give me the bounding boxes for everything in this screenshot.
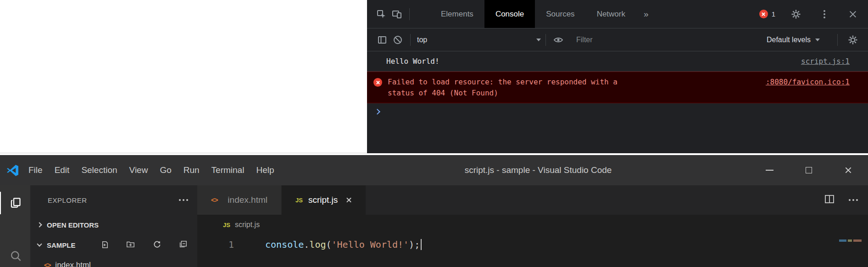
- console-error-badge[interactable]: 1: [759, 10, 775, 18]
- error-icon: [759, 10, 768, 18]
- refresh-explorer-button[interactable]: [152, 240, 161, 250]
- log-message-text: Hello World!: [386, 56, 787, 67]
- chevron-right-icon: [374, 109, 380, 115]
- token: 'Hello World!': [332, 239, 409, 250]
- file-item-index-html[interactable]: <> index.html: [30, 255, 197, 267]
- activity-bar: [0, 185, 30, 267]
- html-file-icon: <>: [44, 261, 50, 267]
- block-icon: [393, 35, 403, 45]
- device-toolbar-icon: [392, 9, 402, 19]
- chevron-right-icon: [37, 222, 42, 227]
- devtools-tab-elements[interactable]: Elements: [430, 0, 484, 28]
- search-icon: [10, 250, 22, 262]
- screen: Elements Console Sources Network » 1: [0, 0, 868, 267]
- folder-section-sample[interactable]: SAMPLE: [30, 235, 197, 255]
- console-settings-button[interactable]: [845, 32, 861, 48]
- explorer-actions: [100, 240, 192, 250]
- devtools-tabs: Elements Console Sources Network »: [430, 0, 656, 28]
- tab-label: index.html: [228, 195, 267, 205]
- sidebar-title: EXPLORER: [48, 196, 87, 204]
- inspect-element-button[interactable]: [373, 6, 389, 22]
- sidebar-header: EXPLORER: [30, 185, 197, 215]
- tab-index-html[interactable]: <> index.html: [197, 185, 282, 215]
- activity-explorer-button[interactable]: [0, 192, 30, 214]
- menu-view[interactable]: View: [123, 155, 154, 185]
- close-tab-button[interactable]: [346, 197, 352, 203]
- editor-more-actions-button[interactable]: [849, 199, 858, 201]
- error-icon: [373, 78, 382, 87]
- text-cursor: [421, 239, 422, 250]
- error-message-text: Failed to load resource: the server resp…: [388, 77, 635, 99]
- menu-help[interactable]: Help: [250, 155, 280, 185]
- new-folder-button[interactable]: [126, 240, 135, 250]
- open-editors-label: OPEN EDITORS: [47, 221, 99, 229]
- maximize-icon: [806, 167, 812, 173]
- devtools-tab-network[interactable]: Network: [586, 0, 636, 28]
- error-count: 1: [772, 10, 775, 18]
- code-content: console.log('Hello World!');: [247, 239, 422, 250]
- menu-terminal[interactable]: Terminal: [206, 155, 250, 185]
- new-file-icon: [100, 240, 109, 249]
- split-editor-icon: [824, 194, 835, 204]
- menu-run[interactable]: Run: [178, 155, 206, 185]
- explorer-icon: [10, 197, 22, 209]
- editor-actions: [824, 185, 868, 215]
- live-expression-button[interactable]: [551, 32, 566, 48]
- activity-search-button[interactable]: [0, 245, 30, 267]
- collapse-all-icon: [178, 240, 187, 249]
- context-label: top: [417, 36, 536, 44]
- chevron-down-icon: [37, 241, 42, 246]
- inspect-cursor-icon: [376, 9, 386, 19]
- split-editor-button[interactable]: [824, 194, 835, 206]
- token: ): [409, 239, 414, 250]
- more-tabs-button[interactable]: »: [636, 0, 656, 28]
- editor-tabs: <> index.html JS script.js: [197, 185, 868, 215]
- new-folder-icon: [126, 240, 135, 249]
- menu-go[interactable]: Go: [154, 155, 177, 185]
- devtools-settings-button[interactable]: [788, 6, 804, 22]
- console-prompt[interactable]: [367, 103, 868, 114]
- close-icon: [845, 167, 852, 174]
- menu-edit[interactable]: Edit: [49, 155, 76, 185]
- minimap[interactable]: [839, 239, 862, 242]
- console-toolbar: top Default levels: [367, 28, 868, 51]
- tab-script-js[interactable]: JS script.js: [282, 185, 366, 215]
- eye-icon: [553, 35, 563, 44]
- console-filter-input[interactable]: [576, 36, 757, 44]
- new-file-button[interactable]: [100, 240, 109, 250]
- open-editors-section[interactable]: OPEN EDITORS: [30, 215, 197, 235]
- close-button[interactable]: [829, 155, 868, 185]
- minimize-button[interactable]: [750, 155, 789, 185]
- divider: [837, 34, 838, 46]
- console-source-link[interactable]: :8080/favicon.ico:1: [766, 77, 850, 88]
- device-toolbar-button[interactable]: [389, 6, 405, 22]
- devtools-close-button[interactable]: [845, 6, 861, 22]
- console-context-dropdown[interactable]: top: [417, 36, 541, 44]
- clear-console-button[interactable]: [390, 32, 406, 48]
- browser-window: Elements Console Sources Network » 1: [0, 0, 868, 153]
- tab-label: script.js: [308, 195, 338, 205]
- devtools-tab-console[interactable]: Console: [484, 0, 535, 28]
- window-controls: [750, 155, 868, 185]
- explorer-more-actions-button[interactable]: [179, 199, 188, 201]
- kebab-menu-icon: [823, 10, 825, 18]
- sidebar-panel-icon: [377, 35, 387, 45]
- menu-selection[interactable]: Selection: [75, 155, 123, 185]
- console-message-log: Hello World! script.js:1: [367, 51, 868, 72]
- devtools-tab-sources[interactable]: Sources: [535, 0, 585, 28]
- gear-icon: [791, 9, 801, 19]
- collapse-folders-button[interactable]: [178, 240, 187, 250]
- breadcrumb[interactable]: JS script.js: [197, 215, 868, 235]
- console-sidebar-button[interactable]: [374, 32, 390, 48]
- vscode-window: File Edit Selection View Go Run Terminal…: [0, 155, 868, 267]
- devtools-menu-button[interactable]: [817, 6, 832, 22]
- console-source-link[interactable]: script.js:1: [801, 56, 850, 67]
- log-levels-label: Default levels: [767, 36, 811, 44]
- workbench: EXPLORER OPEN EDITORS SAMPLE: [0, 185, 868, 267]
- code-editor[interactable]: 1 console.log('Hello World!');: [197, 235, 868, 267]
- log-levels-dropdown[interactable]: Default levels: [767, 36, 820, 44]
- maximize-button[interactable]: [789, 155, 829, 185]
- html-file-icon: <>: [211, 196, 217, 204]
- console-messages: Hello World! script.js:1 Failed to load …: [367, 51, 868, 153]
- menu-file[interactable]: File: [22, 155, 49, 185]
